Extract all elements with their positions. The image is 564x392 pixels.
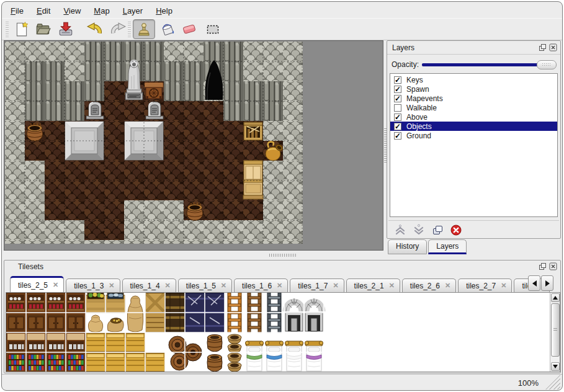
tileset-tab[interactable]: tiles_1_7✕ xyxy=(290,278,344,292)
fill-tool-button[interactable] xyxy=(156,19,179,39)
open-map-button[interactable] xyxy=(32,19,54,39)
opacity-slider-handle[interactable] xyxy=(537,60,557,69)
tileset-tiles-area[interactable] xyxy=(6,292,560,372)
toolbar-handle[interactable] xyxy=(128,22,131,38)
tileset-tile-shelf-top[interactable] xyxy=(46,293,66,313)
tab-close-icon[interactable]: ✕ xyxy=(331,282,338,290)
layer-visibility-checkbox[interactable]: ✓ xyxy=(394,95,401,102)
menu-map[interactable]: Map xyxy=(89,4,114,17)
tileset-tile-ycrate[interactable] xyxy=(106,353,125,372)
tileset-tile-shelf2-bot[interactable] xyxy=(66,352,86,372)
tileset-tile-bed-green[interactable] xyxy=(246,341,264,371)
tileset-tile-shelf2-bot[interactable] xyxy=(46,352,66,372)
tileset-tile-bed-white[interactable] xyxy=(285,341,303,371)
tab-close-icon[interactable]: ✕ xyxy=(499,282,506,290)
tileset-tile-shelf2-top[interactable] xyxy=(66,332,86,352)
layer-visibility-checkbox[interactable]: ✓ xyxy=(394,114,401,121)
tileset-tile-shelf-bot[interactable] xyxy=(6,313,26,332)
tab-close-icon[interactable]: ✕ xyxy=(163,282,171,290)
scrollbar-thumb[interactable] xyxy=(551,303,560,357)
tileset-tab[interactable]: tiles_1_6✕ xyxy=(234,278,288,292)
tileset-tile-ycrate[interactable] xyxy=(146,353,165,372)
map-canvas[interactable] xyxy=(4,40,383,251)
toolbar-handle[interactable] xyxy=(6,22,9,38)
new-map-button[interactable] xyxy=(11,19,33,39)
tileset-tile-ycrate[interactable] xyxy=(106,333,125,352)
close-panel-icon[interactable] xyxy=(549,262,557,270)
tileset-tile-shelf2-top[interactable] xyxy=(26,332,46,352)
save-map-button[interactable] xyxy=(55,19,77,39)
close-panel-icon[interactable] xyxy=(549,43,557,51)
tab-close-icon[interactable]: ✕ xyxy=(51,281,58,289)
layer-row-ground[interactable]: ✓ Ground xyxy=(390,131,557,140)
tileset-scrollbar[interactable] xyxy=(550,293,560,372)
tileset-tile-shelf-bot[interactable] xyxy=(46,313,66,332)
menu-layer[interactable]: Layer xyxy=(118,4,148,17)
tileset-tab[interactable]: tiles_1_5✕ xyxy=(178,278,232,292)
menu-view[interactable]: View xyxy=(58,4,86,17)
resize-grip[interactable] xyxy=(545,375,560,390)
float-panel-icon[interactable] xyxy=(539,43,547,51)
redo-button[interactable] xyxy=(107,19,130,39)
tileset-tile-shelf-top[interactable] xyxy=(26,293,46,313)
stamp-tool-button[interactable] xyxy=(133,19,155,39)
tileset-tab[interactable]: tiles_1_4✕ xyxy=(122,278,176,292)
tileset-tile-shelf2-bot[interactable] xyxy=(26,352,46,372)
layer-row-objects[interactable]: ✓ Objects xyxy=(390,122,557,131)
opacity-slider[interactable] xyxy=(422,63,555,66)
menu-help[interactable]: Help xyxy=(151,4,177,17)
tileset-tab[interactable]: tiles_2_7✕ xyxy=(458,278,512,292)
tileset-tile-ycrate[interactable] xyxy=(86,353,105,372)
tileset-tile-shelf2-top[interactable] xyxy=(6,332,26,352)
tileset-tile-veg[interactable] xyxy=(86,293,105,313)
tileset-tile-bed-purple[interactable] xyxy=(305,341,323,371)
eraser-tool-button[interactable] xyxy=(178,19,200,39)
tab-scroll-left-button[interactable] xyxy=(528,275,540,291)
tileset-tile-barrel[interactable] xyxy=(207,355,222,372)
scroll-up-button[interactable] xyxy=(551,293,560,302)
layer-visibility-checkbox[interactable]: ✓ xyxy=(394,123,401,130)
layer-row-above[interactable]: ✓ Above xyxy=(390,112,557,122)
duplicate-layer-button[interactable] xyxy=(431,223,444,237)
tab-history[interactable]: History xyxy=(388,239,427,254)
splitter-grip[interactable] xyxy=(269,254,297,257)
tileset-tile-ycrate[interactable] xyxy=(86,333,105,352)
tileset-tab[interactable]: tiles_2_6✕ xyxy=(402,278,456,292)
tileset-tile-shelf-top[interactable] xyxy=(66,293,86,313)
tileset-tile-arch[interactable] xyxy=(285,298,303,331)
float-panel-icon[interactable] xyxy=(539,262,547,270)
layer-visibility-checkbox[interactable]: ✓ xyxy=(394,76,401,84)
layer-visibility-checkbox[interactable]: ✓ xyxy=(394,132,401,140)
layer-visibility-checkbox[interactable]: ✓ xyxy=(394,86,401,93)
tileset-tab[interactable]: tiles_1_3✕ xyxy=(66,278,120,292)
tileset-tile-fish[interactable] xyxy=(105,293,125,313)
tileset-tab[interactable]: tiles_2_5✕ xyxy=(10,276,64,292)
tab-close-icon[interactable]: ✕ xyxy=(275,282,282,290)
layer-row-mapevents[interactable]: ✓ Mapevents xyxy=(390,94,557,103)
menu-file[interactable]: File xyxy=(6,4,29,17)
tileset-tile-shelf2-top[interactable] xyxy=(46,332,66,352)
tileset-tile-shelf-top[interactable] xyxy=(6,293,26,313)
menu-edit[interactable]: Edit xyxy=(32,4,55,17)
tileset-tile-bed-blue[interactable] xyxy=(266,341,284,371)
tileset-tile-ycrate[interactable] xyxy=(126,353,145,372)
move-layer-down-button[interactable] xyxy=(412,223,426,237)
tileset-tile-shelf-bot[interactable] xyxy=(26,313,46,332)
tab-scroll-right-button[interactable] xyxy=(541,275,553,291)
layer-visibility-checkbox[interactable]: ✓ xyxy=(394,104,401,112)
tab-close-icon[interactable]: ✕ xyxy=(443,282,450,290)
layer-row-keys[interactable]: ✓ Keys xyxy=(390,75,557,84)
layer-row-spawn[interactable]: ✓ Spawn xyxy=(390,84,557,94)
tab-close-icon[interactable]: ✕ xyxy=(387,282,395,290)
tileset-tile-shelf2-bot[interactable] xyxy=(6,352,26,372)
tab-close-icon[interactable]: ✕ xyxy=(107,282,114,290)
delete-layer-button[interactable] xyxy=(449,223,463,237)
move-layer-up-button[interactable] xyxy=(393,223,407,237)
horizontal-splitter[interactable] xyxy=(4,252,561,259)
tab-layers[interactable]: Layers xyxy=(428,239,467,254)
scroll-down-button[interactable] xyxy=(551,362,560,371)
tileset-tile-ycrate[interactable] xyxy=(126,333,145,352)
tileset-tab[interactable]: tiles_2_1✕ xyxy=(346,278,400,292)
layer-row-walkable[interactable]: ✓ Walkable xyxy=(390,103,557,112)
tileset-tile-shelf-bot[interactable] xyxy=(66,313,86,332)
